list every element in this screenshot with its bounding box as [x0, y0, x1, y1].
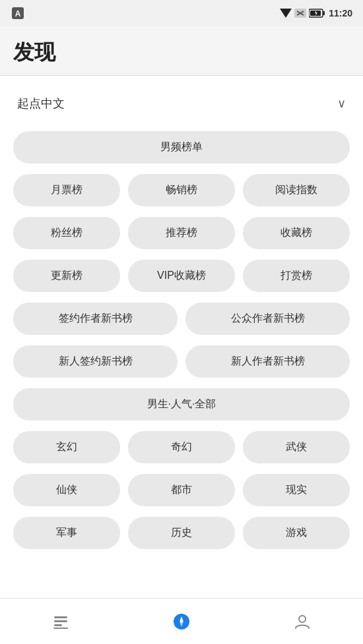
junshi-button[interactable]: 军事 [13, 517, 120, 549]
dushi-button[interactable]: 都市 [128, 474, 235, 506]
status-time: 11:20 [329, 8, 352, 18]
nav-discover[interactable] [121, 599, 242, 644]
youxi-button[interactable]: 游戏 [243, 517, 350, 549]
reading-index-button[interactable]: 阅读指数 [243, 174, 350, 206]
xianshi-button[interactable]: 现实 [243, 474, 350, 506]
bookshelf-icon [51, 612, 70, 631]
new-author-button[interactable]: 新人作者新书榜 [185, 345, 350, 378]
vip-collect-button[interactable]: VIP收藏榜 [128, 260, 235, 292]
genre-row-3: 军事 历史 游戏 [13, 517, 350, 549]
male-popular-all-button[interactable]: 男生·人气·全部 [13, 388, 350, 421]
bestseller-button[interactable]: 畅销榜 [128, 174, 235, 206]
svg-rect-12 [54, 624, 62, 626]
chart-row-3: 更新榜 VIP收藏榜 打赏榜 [13, 260, 350, 292]
xuanhuan-button[interactable]: 玄幻 [13, 431, 120, 463]
genre-row-2: 仙侠 都市 现实 [13, 474, 350, 506]
wuxia-button[interactable]: 武侠 [243, 431, 350, 463]
nav-bookshelf[interactable] [0, 599, 121, 644]
svg-rect-10 [54, 616, 67, 618]
status-icons [280, 9, 325, 18]
signed-author-new-button[interactable]: 签约作者新书榜 [13, 303, 178, 335]
svg-point-17 [180, 620, 183, 623]
xianxia-button[interactable]: 仙侠 [13, 474, 120, 506]
svg-rect-11 [54, 620, 67, 622]
bottom-navigation [0, 598, 363, 644]
public-author-new-button[interactable]: 公众作者新书榜 [185, 303, 350, 335]
chart-row-2: 粉丝榜 推荐榜 收藏榜 [13, 217, 350, 249]
male-chart-button[interactable]: 男频榜单 [13, 131, 350, 163]
profile-icon [293, 612, 312, 631]
nav-profile[interactable] [242, 599, 363, 644]
monthly-ticket-button[interactable]: 月票榜 [13, 174, 120, 206]
svg-rect-7 [323, 11, 325, 15]
compass-icon [172, 612, 191, 631]
qihuan-button[interactable]: 奇幻 [128, 431, 235, 463]
status-app-icon: A [11, 6, 25, 20]
chart-row-5: 新人签约新书榜 新人作者新书榜 [13, 345, 350, 378]
page-title: 发现 [13, 38, 350, 67]
dropdown-label: 起点中文 [17, 96, 65, 111]
svg-marker-2 [280, 9, 292, 18]
svg-point-18 [299, 616, 306, 622]
main-content: 起点中文 ∨ 男频榜单 月票榜 畅销榜 阅读指数 粉丝榜 推荐榜 收藏榜 更新榜… [0, 76, 363, 598]
status-right: 11:20 [280, 8, 352, 18]
lishi-button[interactable]: 历史 [128, 517, 235, 549]
status-bar: A 11:20 [0, 0, 363, 26]
chart-row-1: 月票榜 畅销榜 阅读指数 [13, 174, 350, 206]
chevron-down-icon: ∨ [337, 96, 346, 111]
update-button[interactable]: 更新榜 [13, 260, 120, 292]
new-signed-button[interactable]: 新人签约新书榜 [13, 345, 178, 378]
svg-text:A: A [15, 9, 21, 18]
chart-row-4: 签约作者新书榜 公众作者新书榜 [13, 303, 350, 335]
collect-button[interactable]: 收藏榜 [243, 217, 350, 249]
genre-row-1: 玄幻 奇幻 武侠 [13, 431, 350, 463]
source-dropdown[interactable]: 起点中文 ∨ [13, 89, 350, 118]
tip-button[interactable]: 打赏榜 [243, 260, 350, 292]
fans-button[interactable]: 粉丝榜 [13, 217, 120, 249]
recommend-button[interactable]: 推荐榜 [128, 217, 235, 249]
page-header: 发现 [0, 26, 363, 75]
